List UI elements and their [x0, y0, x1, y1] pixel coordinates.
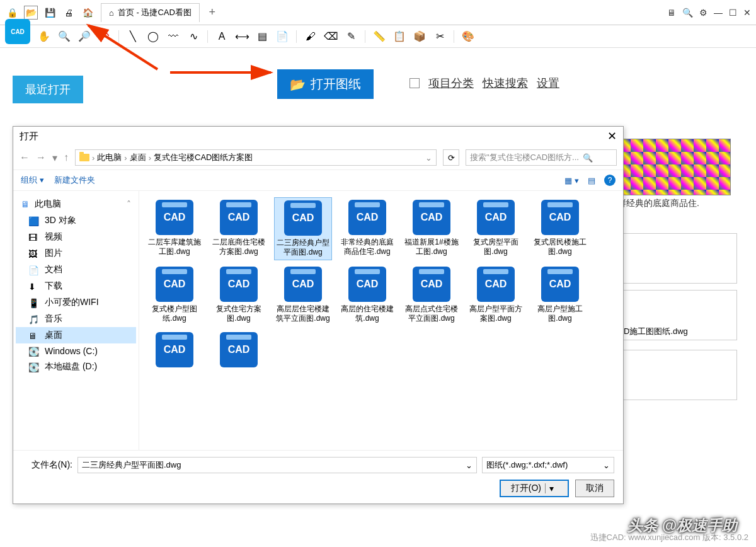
minimize-icon[interactable]: —	[714, 8, 723, 18]
text-icon[interactable]: A	[215, 30, 228, 43]
open-button[interactable]: 打开(O) ▾	[500, 480, 569, 497]
category-checkbox[interactable]	[410, 78, 420, 88]
open-split-icon[interactable]: ▾	[545, 483, 558, 493]
nav-forward-icon[interactable]: →	[36, 152, 46, 163]
new-folder-button[interactable]: 新建文件夹	[54, 175, 95, 186]
cad-file-icon: CAD	[284, 200, 322, 236]
recent-thumbnail[interactable]: 鲜经典的底庭商品住.	[617, 139, 737, 209]
dimension-icon[interactable]: ⟷	[236, 30, 248, 43]
search-input[interactable]: 搜索"复式住宅楼CAD图纸方... 🔍	[466, 149, 617, 166]
tree-item[interactable]: 📄文档	[16, 262, 136, 278]
settings-link[interactable]: 设置	[537, 76, 559, 91]
house-icon[interactable]: 🏠	[81, 6, 94, 20]
brush-icon[interactable]: 🖌	[304, 30, 317, 43]
lock-icon[interactable]: 🔒	[5, 6, 19, 20]
recent-placeholder-1[interactable]	[621, 233, 737, 284]
doc-icon: 📄	[28, 265, 40, 274]
organize-menu[interactable]: 组织 ▾	[21, 175, 44, 186]
zoom-fit-icon[interactable]: 🔎	[78, 30, 91, 43]
file-item[interactable]: CAD复式居民楼施工图.dwg	[531, 197, 589, 260]
nav-up-icon[interactable]: ↑	[64, 152, 69, 163]
maximize-icon[interactable]: ☐	[729, 8, 737, 18]
file-item[interactable]: CAD高层点式住宅楼平立面图.dwg	[403, 264, 461, 326]
recent-placeholder-label: D施工图图纸.dwg	[624, 326, 688, 337]
file-item[interactable]: CAD二层车库建筑施工图.dwg	[146, 197, 203, 260]
filename-input[interactable]: 二三房经典户型平面图.dwg ⌄	[77, 457, 477, 473]
thumbnail-image	[617, 139, 731, 195]
toolbar: ✋ 🔍 🔎 ↶ ╲ ◯ 〰 ∿ A ⟷ ▤ 📄 🖌 ⌫ ✎ 📏 📋 📦 ✂ 🎨	[0, 25, 756, 48]
copy-icon[interactable]: 📋	[393, 30, 406, 43]
browser-tab[interactable]: ⌂ 首页 - 迅捷CAD看图	[101, 3, 200, 22]
nav-dropdown-icon[interactable]: ▾	[52, 152, 57, 164]
tree-root[interactable]: 🖥 此电脑 ˄	[16, 196, 136, 212]
tree-item[interactable]: 💽本地磁盘 (D:)	[16, 359, 136, 375]
view-details-icon[interactable]: ▤	[588, 176, 595, 185]
file-item[interactable]: CAD高层层住宅楼建筑平立面图.dwg	[274, 264, 332, 326]
file-item[interactable]: CAD	[146, 330, 203, 372]
quick-search-link[interactable]: 快速搜索	[483, 76, 528, 91]
zoom-icon[interactable]: 🔍	[682, 8, 693, 18]
file-item[interactable]: CAD非常经典的底庭商品住宅.dwg	[338, 197, 396, 260]
breadcrumb-item[interactable]: 桌面	[130, 152, 146, 163]
tree-item[interactable]: 📱小可爱的WIFI	[16, 294, 136, 311]
file-item[interactable]: CAD	[210, 330, 268, 372]
file-item[interactable]: CAD复式住宅方案图.dwg	[210, 264, 268, 326]
color-wheel-icon[interactable]: 🎨	[462, 30, 474, 43]
screen-icon[interactable]: 🖥	[667, 8, 676, 18]
dialog-close-icon[interactable]: ✕	[607, 129, 617, 143]
line-icon[interactable]: ╲	[127, 30, 139, 43]
file-item[interactable]: CAD复式楼户型图纸.dwg	[146, 264, 203, 326]
polyline-icon[interactable]: 〰	[167, 30, 180, 43]
chevron-down-icon[interactable]: ⌄	[466, 461, 472, 470]
chevron-down-icon[interactable]: ⌄	[425, 153, 432, 163]
file-item[interactable]: CAD二层底商住宅楼方案图.dwg	[210, 197, 268, 260]
recent-placeholder-2[interactable]: D施工图图纸.dwg	[621, 290, 737, 340]
refresh-icon[interactable]: ⟳	[443, 149, 459, 166]
tree-item[interactable]: ⬇下载	[16, 278, 136, 294]
close-icon[interactable]: ✕	[743, 8, 751, 18]
path-icon[interactable]: ✎	[345, 30, 357, 43]
tree-item[interactable]: 💽Windows (C:)	[16, 343, 136, 359]
breadcrumb-item[interactable]: 复式住宅楼CAD图纸方案图	[154, 152, 253, 163]
tree-item[interactable]: 🎞视频	[16, 229, 136, 245]
file-item[interactable]: CAD高层户型平面方案图.dwg	[467, 264, 525, 326]
tree-item[interactable]: 🎵音乐	[16, 311, 136, 327]
doc-icon[interactable]: 📄	[276, 30, 289, 43]
file-item[interactable]: CAD复式房型平面图.dwg	[467, 197, 525, 260]
print-icon[interactable]: 🖨	[62, 6, 76, 20]
file-type-filter[interactable]: 图纸(*.dwg;*.dxf;*.dwf) ⌄	[482, 457, 614, 473]
zoom-in-icon[interactable]: 🔍	[58, 30, 71, 43]
phone-icon: 📱	[28, 298, 40, 307]
ruler-icon[interactable]: 📏	[373, 30, 386, 43]
package-icon[interactable]: 📦	[413, 30, 426, 43]
annotation-arrow-2	[170, 60, 277, 85]
tree-item[interactable]: 🖥桌面	[16, 327, 136, 343]
layers-icon[interactable]: ▤	[256, 30, 268, 43]
cad-file-icon: CAD	[156, 200, 193, 235]
recent-open-button[interactable]: 最近打开	[13, 76, 83, 103]
tree-item[interactable]: 🟦3D 对象	[16, 212, 136, 229]
undo-icon[interactable]: ↶	[98, 30, 111, 43]
file-item[interactable]: CAD高层的住宅楼建筑.dwg	[338, 264, 396, 326]
save-icon[interactable]: 💾	[43, 6, 57, 20]
breadcrumb[interactable]: › 此电脑 › 桌面 › 复式住宅楼CAD图纸方案图 ⌄	[75, 149, 437, 166]
recent-placeholder-3[interactable]	[621, 350, 737, 400]
open-drawing-button[interactable]: 📂 打开图纸	[277, 69, 374, 99]
hand-icon[interactable]: ✋	[38, 30, 50, 43]
open-folder-icon[interactable]: 📂	[24, 6, 38, 20]
eraser-icon[interactable]: ⌫	[324, 30, 337, 43]
file-item[interactable]: CAD二三房经典户型平面图.dwg	[274, 197, 332, 260]
file-item[interactable]: CAD福道新展1#楼施工图.dwg	[403, 197, 461, 260]
nav-back-icon[interactable]: ←	[20, 152, 30, 163]
breadcrumb-item[interactable]: 此电脑	[97, 152, 122, 163]
circle-icon[interactable]: ◯	[147, 30, 159, 43]
file-item[interactable]: CAD高层户型施工图.dwg	[531, 264, 589, 326]
new-tab-button[interactable]: +	[205, 6, 220, 19]
help-icon[interactable]: ?	[604, 175, 616, 186]
tree-item[interactable]: 🖼图片	[16, 245, 136, 262]
squiggle-icon[interactable]: ∿	[187, 30, 200, 43]
view-thumbnails-icon[interactable]: ▦ ▾	[564, 176, 579, 185]
cut-icon[interactable]: ✂	[433, 30, 446, 43]
cancel-button[interactable]: 取消	[575, 480, 614, 497]
gear-icon[interactable]: ⚙	[699, 8, 707, 18]
